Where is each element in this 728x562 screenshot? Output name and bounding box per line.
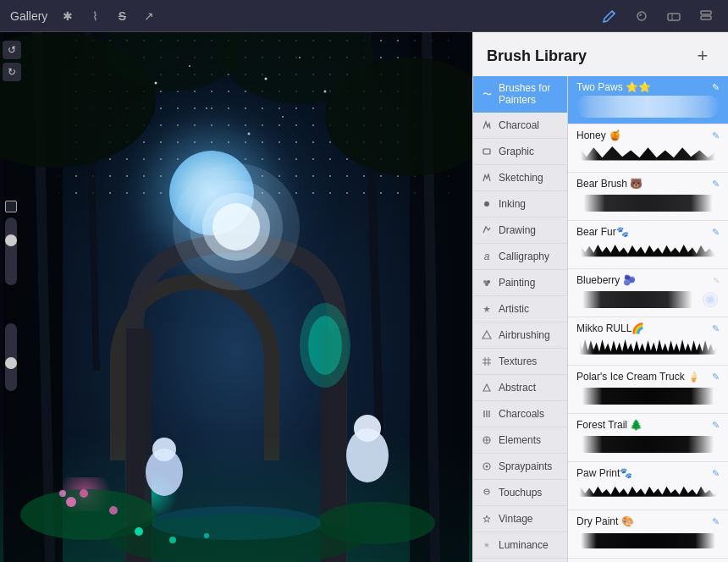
brush-preview-mikko-rull	[576, 336, 720, 360]
brush-item-bear-fur[interactable]: Bear Fur🐾 ✎	[568, 221, 728, 269]
brush-edit-icon-forest-trail[interactable]: ✎	[712, 420, 720, 431]
brush-list: Two Paws ⭐⭐ ✎ Honey 🍯 ✎	[568, 76, 728, 562]
category-item-painting[interactable]: Painting	[473, 270, 567, 296]
brush-edit-icon-honey[interactable]: ✎	[712, 130, 720, 141]
category-icon-vintage	[480, 512, 494, 526]
tool-icons: ✱ ⌇ S ↗	[58, 6, 159, 26]
category-item-artistic[interactable]: Artistic	[473, 296, 567, 322]
brush-edit-icon-bear-fur[interactable]: ✎	[712, 227, 720, 238]
category-label-airbrushing: Airbrushing	[499, 329, 550, 341]
eraser-tool-button[interactable]	[662, 4, 686, 28]
category-item-luminance[interactable]: Luminance	[473, 532, 567, 559]
category-list: 〜 Brushes for Painters Charcoal Graphic	[473, 76, 568, 562]
svg-point-49	[485, 283, 488, 286]
category-label-elements: Elements	[499, 434, 541, 446]
category-item-touchups[interactable]: Touchups	[473, 480, 567, 506]
category-item-vintage[interactable]: Vintage	[473, 506, 567, 532]
brush-edit-icon-mikko-rull[interactable]: ✎	[712, 323, 720, 334]
brush-item-paw-print[interactable]: Paw Print🐾 ✎	[568, 462, 728, 510]
category-label-textures: Textures	[499, 355, 537, 367]
category-item-charcoal[interactable]: Charcoal	[473, 113, 567, 139]
brush-edit-icon-paw-print[interactable]: ✎	[712, 468, 720, 479]
category-label-abstract: Abstract	[499, 382, 536, 394]
strikethrough-icon[interactable]: S	[112, 6, 132, 26]
brush-size-slider[interactable]	[5, 218, 17, 285]
category-icon-textures	[480, 355, 494, 368]
brush-item-mikko-rull[interactable]: Mikko RULL🌈 ✎	[568, 317, 728, 366]
brush-item-honey[interactable]: Honey 🍯 ✎	[568, 124, 728, 173]
gallery-button[interactable]: Gallery	[10, 9, 47, 23]
smudge-tool-button[interactable]	[630, 4, 654, 28]
category-label-vintage: Vintage	[499, 513, 532, 525]
category-label-inking: Inking	[499, 198, 526, 210]
svg-point-0	[637, 12, 646, 20]
brush-preview-honey	[576, 143, 720, 167]
category-label-calligraphy: Calligraphy	[499, 251, 549, 262]
brush-library-panel: Brush Library + 〜 Brushes for Painters C…	[472, 32, 728, 562]
brush-item-dry-paint[interactable]: Dry Paint 🎨 ✎	[568, 510, 728, 559]
brush-preview-bear-brush	[576, 191, 720, 215]
modify-icon[interactable]: ✱	[58, 6, 78, 26]
category-label-painting: Painting	[499, 277, 535, 289]
category-label-sketching: Sketching	[499, 172, 543, 184]
top-bar-right	[598, 4, 718, 28]
category-item-industrial[interactable]: Industrial	[473, 559, 567, 562]
category-item-airbrushing[interactable]: Airbrushing	[473, 322, 567, 349]
brush-edit-icon-two-paws[interactable]: ✎	[712, 82, 720, 93]
category-item-brushes-for-painters[interactable]: 〜 Brushes for Painters	[473, 76, 567, 113]
category-icon-luminance	[480, 538, 494, 552]
category-item-inking[interactable]: Inking	[473, 191, 567, 218]
brush-item-chunky-line-art[interactable]: Chunky Line Art ✏ ✎	[568, 559, 728, 562]
brush-item-bear-brush[interactable]: Bear Brush 🐻 ✎	[568, 173, 728, 221]
category-icon-brushes-for-painters: 〜	[480, 87, 494, 101]
category-label-charcoals: Charcoals	[499, 408, 544, 420]
category-item-charcoals[interactable]: Charcoals	[473, 401, 567, 427]
category-item-abstract[interactable]: Abstract	[473, 375, 567, 401]
brush-name-dry-paint: Dry Paint 🎨	[576, 515, 634, 527]
brush-edit-icon-dry-paint[interactable]: ✎	[712, 516, 720, 527]
category-item-graphic[interactable]: Graphic	[473, 139, 567, 165]
brush-preview-polar-ice-cream	[576, 384, 720, 408]
brush-name-forest-trail: Forest Trail 🌲	[576, 419, 643, 431]
brush-preview-dry-paint	[576, 529, 720, 553]
opacity-slider[interactable]	[5, 323, 17, 391]
brush-item-two-paws[interactable]: Two Paws ⭐⭐ ✎	[568, 76, 728, 124]
add-brush-button[interactable]: +	[691, 44, 714, 68]
category-item-sketching[interactable]: Sketching	[473, 165, 567, 191]
canvas-area[interactable]: ↺ ↻	[0, 32, 472, 562]
category-icon-inking	[480, 197, 494, 211]
category-item-calligraphy[interactable]: a Calligraphy	[473, 244, 567, 270]
svg-rect-1	[668, 14, 680, 20]
left-tools: ↺ ↻	[0, 32, 24, 562]
pencil-tool-button[interactable]	[598, 4, 621, 28]
category-icon-drawing	[480, 223, 494, 237]
brush-name-two-paws: Two Paws ⭐⭐	[576, 81, 651, 93]
undo-icon[interactable]: ↺	[3, 41, 21, 59]
square-toggle[interactable]	[5, 201, 17, 212]
svg-point-59	[486, 466, 488, 468]
category-icon-painting	[480, 276, 494, 289]
category-item-textures[interactable]: Textures	[473, 349, 567, 375]
category-icon-calligraphy: a	[480, 250, 494, 263]
category-label-charcoal: Charcoal	[499, 119, 539, 131]
selection-icon[interactable]: ⌇	[85, 6, 105, 26]
category-item-elements[interactable]: Elements	[473, 427, 567, 454]
brush-library-title: Brush Library	[487, 47, 587, 65]
brush-item-blueberry[interactable]: Blueberry 🫐 ✎	[568, 269, 728, 317]
category-icon-artistic	[480, 302, 494, 316]
brush-item-polar-ice-cream[interactable]: Polar's Ice Cream Truck 🍦 ✎	[568, 366, 728, 414]
brush-item-forest-trail[interactable]: Forest Trail 🌲 ✎	[568, 414, 728, 462]
top-bar: Gallery ✱ ⌇ S ↗	[0, 0, 728, 32]
arrow-icon[interactable]: ↗	[139, 6, 159, 26]
category-item-drawing[interactable]: Drawing	[473, 218, 567, 244]
category-icon-abstract	[480, 381, 494, 394]
category-item-spraypaints[interactable]: Spraypaints	[473, 454, 567, 480]
category-icon-touchups	[480, 486, 494, 499]
redo-icon[interactable]: ↻	[3, 63, 21, 81]
brush-edit-icon-polar-ice-cream[interactable]: ✎	[712, 372, 720, 383]
brush-edit-icon-bear-brush[interactable]: ✎	[712, 179, 720, 190]
layers-tool-button[interactable]	[694, 4, 718, 28]
brush-edit-icon-blueberry[interactable]: ✎	[713, 276, 720, 285]
brush-name-blueberry: Blueberry 🫐	[576, 274, 636, 286]
brush-panel-header: Brush Library +	[473, 32, 728, 76]
